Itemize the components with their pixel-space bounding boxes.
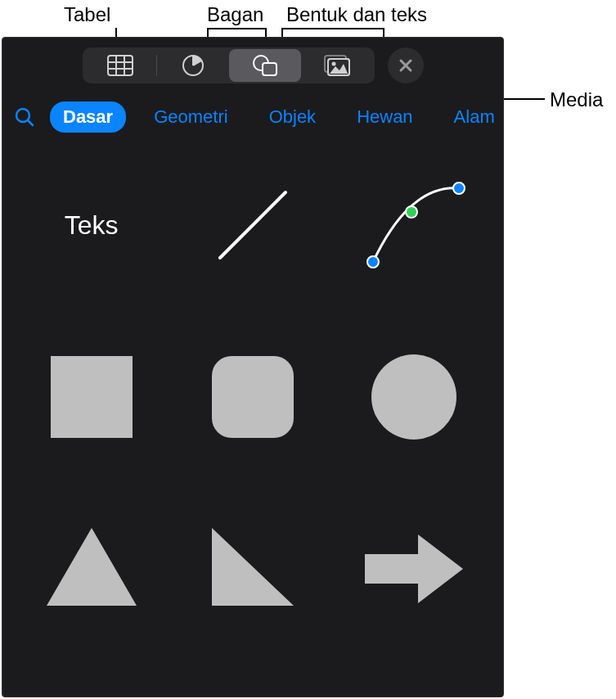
callout-tabel: Tabel [64, 3, 110, 26]
circle-icon [369, 352, 459, 442]
chart-icon [182, 54, 205, 77]
tab-bagan[interactable] [157, 49, 229, 82]
svg-line-18 [220, 192, 286, 258]
category-alam[interactable]: Alam [441, 101, 504, 133]
category-hewan[interactable]: Hewan [344, 101, 425, 133]
shape-square[interactable] [30, 336, 153, 458]
category-objek[interactable]: Objek [256, 101, 329, 133]
callout-line [281, 28, 384, 29]
toolbar [2, 38, 503, 93]
shapes-panel: Dasar Geometri Objek Hewan Alam Teks [2, 37, 504, 697]
tab-bentuk-teks[interactable] [229, 49, 301, 82]
category-geometri[interactable]: Geometri [141, 101, 241, 133]
right-triangle-icon [208, 524, 298, 614]
svg-rect-9 [263, 63, 277, 75]
media-icon [323, 54, 351, 77]
svg-point-24 [371, 354, 456, 440]
shapes-icon [252, 54, 278, 77]
close-icon [398, 58, 413, 73]
square-icon [47, 352, 137, 442]
shape-arrow-right[interactable] [353, 507, 475, 630]
svg-rect-22 [51, 356, 133, 438]
svg-marker-26 [212, 528, 294, 606]
tab-tabel[interactable] [84, 49, 156, 82]
callout-media: Media [550, 88, 603, 111]
svg-rect-0 [108, 56, 133, 75]
svg-point-21 [453, 183, 465, 194]
triangle-icon [43, 524, 141, 614]
shape-rounded-square[interactable] [191, 336, 314, 458]
svg-rect-23 [212, 356, 294, 438]
svg-point-19 [367, 256, 379, 268]
shape-circle[interactable] [353, 336, 475, 458]
close-button[interactable] [388, 47, 424, 83]
text-shape-label: Teks [65, 210, 119, 241]
svg-line-17 [28, 120, 33, 125]
table-icon [107, 55, 133, 76]
line-icon [208, 180, 298, 270]
svg-point-20 [406, 206, 417, 218]
category-dasar[interactable]: Dasar [50, 101, 126, 133]
shape-curve[interactable] [353, 164, 475, 286]
svg-point-13 [331, 62, 335, 66]
curve-icon [361, 176, 467, 274]
arrow-right-icon [361, 528, 467, 610]
callout-bentuk-teks: Bentuk dan teks [286, 3, 427, 26]
shapes-grid: Teks [2, 147, 503, 647]
svg-marker-27 [365, 534, 463, 603]
insert-segmented-control [83, 47, 375, 83]
rounded-square-icon [208, 352, 298, 442]
search-button[interactable] [14, 106, 35, 128]
category-row: Dasar Geometri Objek Hewan Alam [2, 93, 503, 147]
shape-text[interactable]: Teks [30, 164, 153, 286]
svg-marker-25 [47, 528, 137, 606]
shape-right-triangle[interactable] [191, 507, 314, 630]
search-icon [14, 106, 35, 128]
shape-line[interactable] [191, 164, 314, 286]
callout-bagan: Bagan [207, 3, 263, 26]
callout-line [207, 28, 267, 29]
shape-triangle[interactable] [30, 507, 153, 630]
tab-media[interactable] [301, 49, 373, 82]
